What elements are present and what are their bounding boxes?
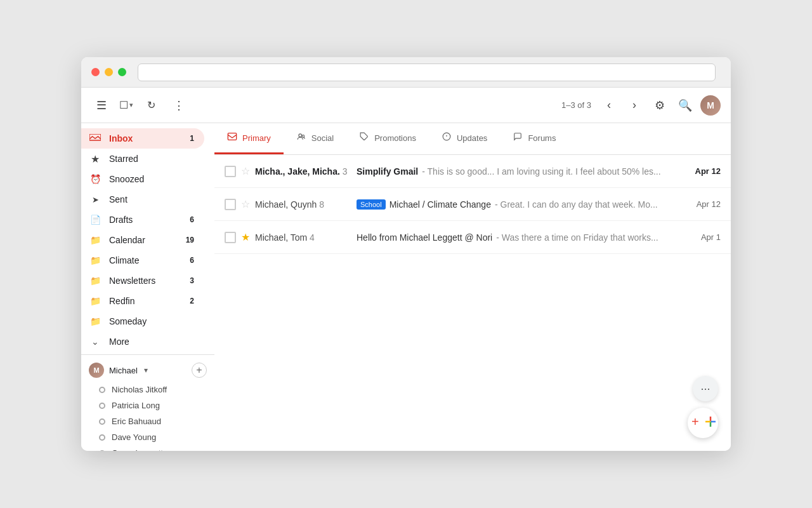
someday-icon: 📁	[89, 315, 102, 328]
email-date: Apr 1	[701, 232, 721, 242]
sidebar-item-calendar[interactable]: 📁 Calendar 19	[81, 230, 204, 250]
prev-page-button[interactable]: ‹	[599, 95, 619, 116]
calendar-icon: 📁	[89, 234, 102, 246]
sidebar-item-sent[interactable]: ➤ Sent	[81, 189, 204, 210]
contact-item[interactable]: Patricia Long	[89, 398, 207, 413]
email-sender: Michael, Quynh 8	[255, 199, 357, 210]
email-date: Apr 12	[695, 166, 721, 176]
search-button[interactable]: 🔍	[675, 95, 695, 116]
fab-compose-button[interactable]: +	[688, 408, 718, 438]
sidebar-item-redfin[interactable]: 📁 Redfin 2	[81, 291, 204, 311]
redfin-label: Redfin	[109, 296, 190, 306]
email-star-icon[interactable]: ★	[241, 231, 250, 243]
contact-status-dot	[99, 403, 105, 409]
contact-status-dot	[99, 450, 105, 451]
compose-plus-icon	[703, 414, 718, 432]
sidebar-item-climate[interactable]: 📁 Climate 6	[81, 250, 204, 271]
sidebar-item-more[interactable]: ⌄ More	[81, 331, 204, 352]
calendar-badge: 19	[186, 236, 194, 244]
email-label-tag: School	[357, 199, 386, 210]
email-subject: Michael / Climate Change	[390, 199, 491, 210]
email-checkbox[interactable]	[225, 166, 236, 177]
redfin-badge: 2	[190, 297, 194, 305]
sidebar-item-someday[interactable]: 📁 Someday	[81, 311, 204, 331]
sidebar-item-snoozed[interactable]: ⏰ Snoozed	[81, 169, 204, 189]
address-bar[interactable]	[138, 64, 716, 81]
account-avatar: M	[89, 363, 104, 378]
fab-more-button[interactable]: ···	[693, 376, 718, 401]
someday-label: Someday	[109, 316, 194, 326]
contact-item[interactable]: Eric Bahuaud	[89, 413, 207, 429]
email-body: Simplify Gmail - This is so good... I am…	[357, 166, 690, 177]
account-section: M Michael ▾ + Nicholas Jitkoff Patricia …	[81, 354, 214, 451]
select-button[interactable]: ☐ ▾	[119, 99, 133, 111]
contact-status-dot	[99, 418, 105, 425]
email-preview: - This is so good... I am loving using i…	[422, 166, 660, 177]
sidebar-item-starred[interactable]: ★ Starred	[81, 149, 204, 169]
user-avatar[interactable]: M	[700, 95, 721, 116]
settings-button[interactable]: ⚙	[650, 95, 670, 116]
menu-button[interactable]: ☰	[91, 95, 112, 116]
contact-item[interactable]: Dave Young	[89, 429, 207, 445]
sidebar-item-inbox[interactable]: Inbox 1	[81, 128, 204, 149]
email-date: Apr 12	[697, 199, 721, 209]
contact-status-dot	[99, 387, 105, 393]
contact-name: Dave Young	[112, 432, 156, 442]
tab-forums[interactable]: Forums	[500, 123, 568, 154]
email-preview: - Great. I can do any day that week. Mo.…	[495, 199, 658, 210]
more-header-button[interactable]: ⋮	[169, 95, 189, 116]
account-chevron-icon: ▾	[144, 366, 148, 375]
redfin-icon: 📁	[89, 295, 102, 307]
contact-name: Nicholas Jitkoff	[112, 385, 167, 394]
updates-tab-icon	[442, 132, 452, 144]
next-page-button[interactable]: ›	[624, 95, 645, 116]
newsletters-icon: 📁	[89, 274, 102, 287]
fab-more-icon: ···	[700, 382, 710, 396]
email-star-icon[interactable]: ☆	[241, 198, 250, 210]
header-right: 1–3 of 3 ‹ › ⚙ 🔍 M	[561, 95, 721, 116]
more-label: More	[109, 337, 194, 347]
minimize-button[interactable]	[105, 68, 113, 76]
primary-tab-icon	[227, 132, 237, 144]
traffic-lights	[91, 68, 126, 76]
tab-social[interactable]: Social	[284, 123, 346, 154]
email-checkbox[interactable]	[225, 232, 236, 243]
pagination-text: 1–3 of 3	[561, 100, 591, 110]
close-button[interactable]	[91, 68, 100, 76]
primary-tab-label: Primary	[242, 133, 271, 143]
add-account-button[interactable]: +	[192, 363, 207, 378]
starred-label: Starred	[109, 154, 194, 164]
tab-updates[interactable]: Updates	[429, 123, 500, 154]
email-star-icon[interactable]: ☆	[241, 165, 250, 177]
account-header[interactable]: M Michael ▾ +	[89, 360, 207, 380]
select-checkbox-icon: ☐	[119, 99, 128, 111]
inbox-label: Inbox	[109, 133, 190, 144]
contact-status-dot	[99, 434, 105, 441]
email-row[interactable]: ★ Michael, Tom 4 Hello from Michael Legg…	[214, 221, 731, 254]
email-row[interactable]: ☆ Michael, Quynh 8 School Michael / Clim…	[214, 188, 731, 221]
snoozed-label: Snoozed	[109, 174, 194, 184]
climate-icon: 📁	[89, 254, 102, 267]
email-row[interactable]: ☆ Micha., Jake, Micha. 3 Simplify Gmail …	[214, 155, 731, 188]
email-sender: Michael, Tom 4	[255, 232, 357, 243]
tabs-bar: Primary Social	[214, 123, 731, 155]
email-checkbox[interactable]	[225, 199, 236, 210]
social-tab-label: Social	[311, 133, 334, 143]
header-left: ☰ ☐ ▾ ↻ ⋮	[91, 95, 189, 116]
tab-promotions[interactable]: Promotions	[346, 123, 429, 154]
sidebar-item-newsletters[interactable]: 📁 Newsletters 3	[81, 271, 204, 291]
maximize-button[interactable]	[118, 68, 126, 76]
refresh-button[interactable]: ↻	[141, 95, 161, 116]
svg-text:+: +	[691, 415, 699, 429]
email-list: ☆ Micha., Jake, Micha. 3 Simplify Gmail …	[214, 155, 731, 451]
calendar-label: Calendar	[109, 235, 186, 245]
more-chevron-icon: ⌄	[89, 335, 102, 348]
inbox-badge: 1	[190, 134, 194, 143]
contact-name: Patricia Long	[112, 401, 160, 410]
tab-primary[interactable]: Primary	[214, 123, 284, 154]
contact-item[interactable]: Nicholas Jitkoff	[89, 382, 207, 398]
email-subject: Simplify Gmail	[357, 166, 418, 177]
contact-item[interactable]: Owen Leggett	[89, 445, 207, 451]
drafts-badge: 6	[190, 215, 194, 224]
sidebar-item-drafts[interactable]: 📄 Drafts 6	[81, 210, 204, 230]
